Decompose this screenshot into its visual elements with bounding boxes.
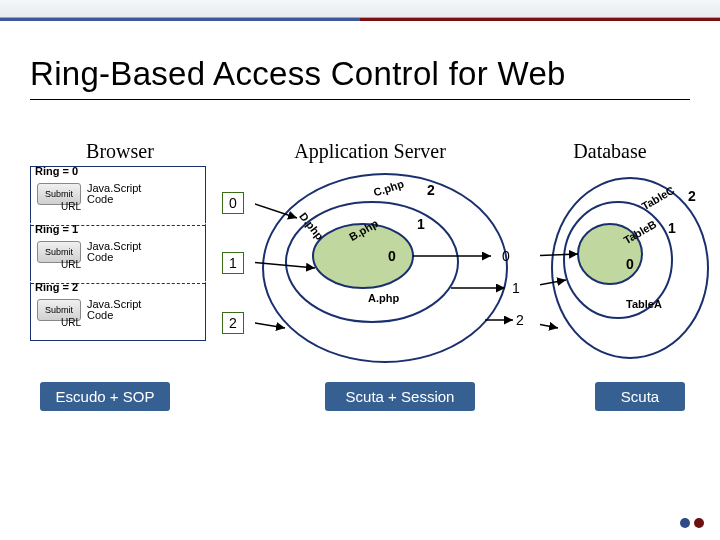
app-right-2: 2 xyxy=(516,312,524,328)
bottom-label-db: Scuta xyxy=(595,382,685,411)
slide-title: Ring-Based Access Control for Web xyxy=(30,55,690,100)
bottom-label-app: Scuta + Session xyxy=(325,382,475,411)
browser-ring-0: Ring = 0 Submit Java.Script Code URL xyxy=(30,166,206,225)
bottom-label-browser: Escudo + SOP xyxy=(40,382,170,411)
browser-ring-1: Ring = 1 Submit Java.Script Code URL xyxy=(30,223,206,283)
svg-line-5 xyxy=(255,322,285,328)
app-label-a: A.php xyxy=(368,292,399,304)
arrow-badge-2: 2 xyxy=(222,312,244,334)
bottom-labels: Escudo + SOP Scuta + Session Scuta xyxy=(30,382,700,411)
database-rings xyxy=(540,168,710,368)
app-right-0: 0 xyxy=(502,248,510,264)
slide-top-accent xyxy=(0,0,720,18)
column-headers: Browser Application Server Database xyxy=(30,140,690,163)
app-server-rings xyxy=(255,168,515,368)
app-ring-num-0: 0 xyxy=(388,248,396,264)
ring-label: Ring = 1 xyxy=(35,223,78,235)
app-ring-num-1: 1 xyxy=(417,216,425,232)
col-header-browser: Browser xyxy=(30,140,210,163)
browser-ring-stack: Ring = 0 Submit Java.Script Code URL Rin… xyxy=(30,168,206,341)
db-ring-num-2: 2 xyxy=(688,188,696,204)
col-header-app: Application Server xyxy=(210,140,530,163)
db-label-a: TableA xyxy=(626,298,662,310)
arrow-badge-1: 1 xyxy=(222,252,244,274)
db-ring-num-0: 0 xyxy=(626,256,634,272)
ring-label: Ring = 0 xyxy=(35,165,78,177)
arrow-badge-0: 0 xyxy=(222,192,244,214)
url-label: URL xyxy=(61,317,223,328)
app-right-1: 1 xyxy=(512,280,520,296)
url-label: URL xyxy=(61,259,223,270)
svg-line-14 xyxy=(540,320,558,328)
ring-label: Ring = 2 xyxy=(35,281,78,293)
db-ring-num-1: 1 xyxy=(668,220,676,236)
app-ring-num-2: 2 xyxy=(427,182,435,198)
col-header-db: Database xyxy=(530,140,690,163)
slide-bullets-icon xyxy=(680,518,704,528)
url-label: URL xyxy=(61,201,223,212)
browser-ring-2: Ring = 2 Submit Java.Script Code URL xyxy=(30,281,206,341)
